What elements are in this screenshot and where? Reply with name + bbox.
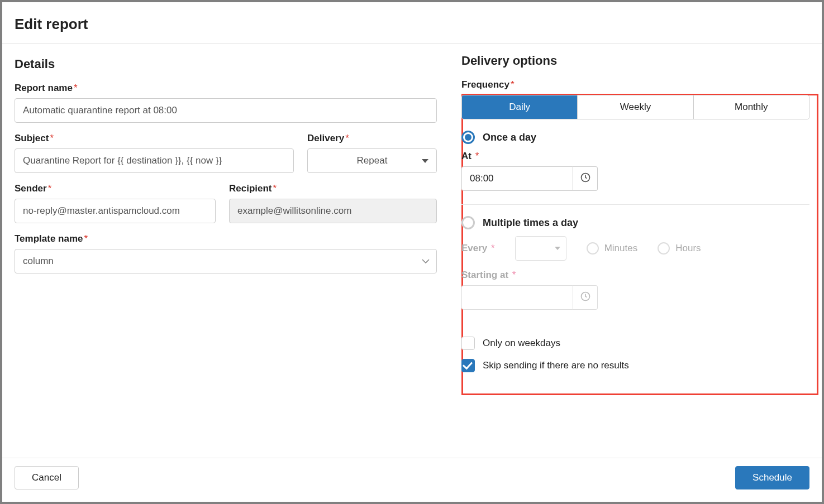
recipient-input xyxy=(229,199,437,223)
edit-report-modal: Edit report Details Report name* Subject… xyxy=(2,2,822,502)
only-weekdays-label: Only on weekdays xyxy=(483,338,560,349)
required-asterisk: * xyxy=(74,83,78,93)
chevron-down-icon xyxy=(422,259,430,263)
required-asterisk: * xyxy=(50,133,54,143)
minutes-option[interactable]: Minutes xyxy=(587,242,638,255)
details-title: Details xyxy=(15,57,437,71)
clock-icon xyxy=(580,172,591,185)
sender-block: Sender* xyxy=(15,183,216,223)
frequency-monthly-button[interactable]: Monthly xyxy=(694,95,809,119)
delivery-select-value: Repeat xyxy=(357,155,388,166)
at-label: At * xyxy=(461,151,809,162)
details-column: Details Report name* Subject* Delivery* xyxy=(2,44,449,458)
starting-at-label-text: Starting at xyxy=(461,270,508,280)
subject-block: Subject* xyxy=(15,133,294,173)
once-a-day-radio-row[interactable]: Once a day xyxy=(461,131,809,144)
subject-label-text: Subject xyxy=(15,133,49,143)
delivery-label: Delivery* xyxy=(307,133,437,144)
sender-label-text: Sender xyxy=(15,183,47,194)
only-weekdays-checkbox[interactable] xyxy=(461,337,475,350)
delivery-options-title: Delivery options xyxy=(461,54,809,68)
report-name-label-text: Report name xyxy=(15,83,73,93)
schedule-button[interactable]: Schedule xyxy=(735,466,809,489)
divider xyxy=(461,204,809,205)
starting-at-group: Starting at * xyxy=(461,270,809,310)
at-label-text: At xyxy=(461,151,471,161)
once-a-day-label: Once a day xyxy=(483,132,536,143)
cancel-button[interactable]: Cancel xyxy=(15,466,79,489)
frequency-daily-button[interactable]: Daily xyxy=(462,95,578,119)
minutes-label: Minutes xyxy=(604,243,638,254)
starting-at-input-wrap xyxy=(461,285,809,310)
multiple-times-radio-row[interactable]: Multiple times a day xyxy=(461,216,809,229)
frequency-label: Frequency* xyxy=(461,79,809,90)
delivery-block: Delivery* Repeat xyxy=(307,133,437,173)
delivery-options-column: Delivery options Frequency* Daily Weekly… xyxy=(449,44,822,458)
every-label-text: Every xyxy=(461,243,487,253)
every-label: Every * xyxy=(461,243,495,254)
delivery-select[interactable]: Repeat xyxy=(307,148,437,173)
template-label-text: Template name xyxy=(15,233,83,244)
template-block: Template name* column xyxy=(15,233,437,273)
template-select-value: column xyxy=(23,256,54,267)
starting-at-picker-button xyxy=(573,285,598,310)
required-asterisk: * xyxy=(48,183,52,194)
frequency-segmented: Daily Weekly Monthly xyxy=(461,95,809,119)
at-group: At * xyxy=(461,151,809,191)
skip-sending-checkbox[interactable] xyxy=(461,359,475,372)
only-weekdays-row[interactable]: Only on weekdays xyxy=(461,337,809,350)
report-name-input[interactable] xyxy=(15,98,437,123)
modal-title: Edit report xyxy=(15,16,809,33)
subject-input[interactable] xyxy=(15,148,294,173)
every-row: Every * Minutes Hours xyxy=(461,236,809,261)
minutes-radio[interactable] xyxy=(587,242,599,255)
required-asterisk: * xyxy=(509,270,516,280)
clock-icon xyxy=(580,291,591,304)
report-name-label: Report name* xyxy=(15,83,437,94)
multiple-times-radio[interactable] xyxy=(461,216,475,229)
at-time-input[interactable] xyxy=(461,166,573,191)
modal-header: Edit report xyxy=(2,2,822,44)
hours-label: Hours xyxy=(675,243,701,254)
required-asterisk: * xyxy=(345,133,349,143)
starting-at-label: Starting at * xyxy=(461,270,809,281)
at-time-picker-button[interactable] xyxy=(573,166,598,191)
required-asterisk: * xyxy=(511,79,515,90)
at-time-input-wrap xyxy=(461,166,809,191)
modal-footer: Cancel Schedule xyxy=(2,458,822,502)
report-name-block: Report name* xyxy=(15,83,437,123)
every-select[interactable] xyxy=(515,236,566,261)
starting-at-input xyxy=(461,285,573,310)
modal-body: Details Report name* Subject* Delivery* xyxy=(2,44,822,458)
frequency-label-text: Frequency xyxy=(461,79,509,90)
required-asterisk: * xyxy=(84,233,88,244)
once-a-day-radio[interactable] xyxy=(461,131,475,144)
required-asterisk: * xyxy=(473,151,479,161)
subject-label: Subject* xyxy=(15,133,294,144)
sender-label: Sender* xyxy=(15,183,216,194)
triangle-down-icon xyxy=(555,247,560,250)
template-label: Template name* xyxy=(15,233,437,244)
hours-option[interactable]: Hours xyxy=(658,242,701,255)
recipient-label-text: Recipient xyxy=(229,183,272,194)
skip-sending-row[interactable]: Skip sending if there are no results xyxy=(461,359,809,372)
skip-sending-label: Skip sending if there are no results xyxy=(483,360,629,371)
hours-radio[interactable] xyxy=(658,242,670,255)
triangle-down-icon xyxy=(422,159,428,163)
template-select[interactable]: column xyxy=(15,249,437,273)
delivery-label-text: Delivery xyxy=(307,133,344,143)
multiple-times-label: Multiple times a day xyxy=(483,217,578,229)
required-asterisk: * xyxy=(273,183,277,194)
required-asterisk: * xyxy=(488,243,494,253)
frequency-weekly-button[interactable]: Weekly xyxy=(578,95,693,119)
recipient-label: Recipient* xyxy=(229,183,437,194)
sender-input[interactable] xyxy=(15,199,216,223)
recipient-block: Recipient* xyxy=(229,183,437,223)
